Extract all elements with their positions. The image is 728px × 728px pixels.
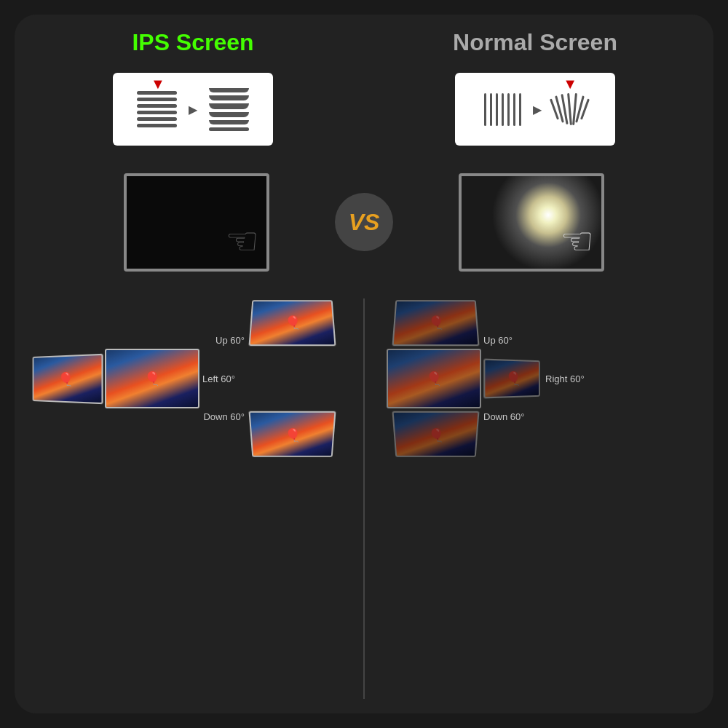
vs-text: VS	[349, 209, 380, 236]
center-divider	[363, 298, 365, 699]
ips-up-thumb: 🎈	[248, 300, 336, 346]
normal-left-crystals	[484, 87, 521, 131]
ips-center-thumb: 🎈	[105, 349, 199, 408]
normal-crystal-diagram: ▼ ▶	[455, 73, 615, 146]
viewing-angle-section: Up 60° 🎈 🎈 🎈 Left 60° Down 60° 🎈 🎈 Up 60…	[29, 298, 699, 699]
normal-right-thumb: 🎈	[483, 359, 539, 399]
ips-down-thumb: 🎈	[248, 411, 336, 457]
normal-press-arrow: ▼	[563, 76, 577, 92]
normal-right-crystals	[553, 87, 586, 131]
normal-monitor: ☞	[459, 173, 604, 272]
normal-center-thumb: 🎈	[387, 349, 481, 408]
normal-angle-panel: 🎈 Up 60° 🎈 🎈 Right 60° 🎈 Down 60°	[387, 298, 699, 699]
ips-title: IPS Screen	[132, 29, 253, 56]
main-container: IPS Screen Normal Screen ▼ ▶	[15, 15, 713, 713]
ips-left-crystals	[137, 91, 177, 127]
ips-left-thumb: 🎈	[33, 353, 103, 403]
normal-hand-icon: ☞	[560, 219, 594, 263]
ips-left-label: Left 60°	[202, 373, 235, 384]
normal-up-thumb: 🎈	[392, 300, 479, 346]
ips-right-crystals	[209, 88, 249, 131]
normal-up-label: Up 60°	[483, 335, 513, 346]
crystal-arrow-ips: ▶	[189, 103, 197, 116]
ips-down-label: Down 60°	[203, 411, 245, 422]
normal-down-label: Down 60°	[483, 411, 525, 422]
ips-angle-panel: Up 60° 🎈 🎈 🎈 Left 60° Down 60° 🎈	[29, 298, 341, 699]
normal-right-label: Right 60°	[545, 373, 585, 384]
normal-monitor-wrap: ☞	[459, 173, 604, 272]
ips-hand-icon: ☞	[225, 219, 259, 263]
ips-up-label: Up 60°	[215, 335, 245, 346]
normal-down-thumb: 🎈	[392, 411, 479, 457]
ips-monitor-wrap: ☞	[124, 173, 269, 272]
vs-circle: VS	[335, 193, 393, 251]
ips-crystal-diagram: ▼ ▶	[113, 73, 273, 146]
normal-title: Normal Screen	[453, 29, 617, 56]
ips-monitor: ☞	[124, 173, 269, 272]
crystal-arrow-normal: ▶	[533, 103, 542, 116]
monitor-comparison-section: ☞ VS ☞	[29, 160, 699, 284]
ips-press-arrow-left: ▼	[151, 76, 165, 92]
